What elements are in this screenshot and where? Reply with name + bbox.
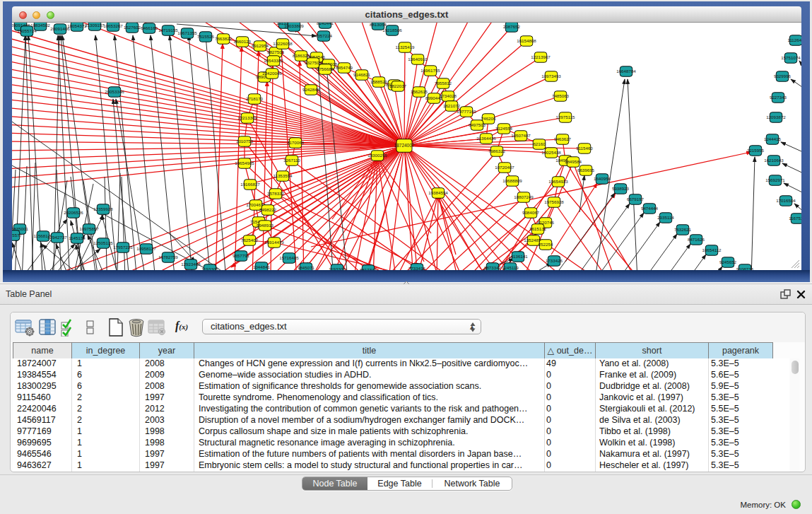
svg-text:20053346: 20053346 bbox=[105, 89, 124, 94]
svg-text:11353594: 11353594 bbox=[273, 173, 293, 178]
svg-text:10958127: 10958127 bbox=[136, 246, 156, 251]
svg-text:10671355: 10671355 bbox=[177, 30, 197, 35]
svg-text:12213369: 12213369 bbox=[237, 115, 257, 120]
svg-text:9245119: 9245119 bbox=[502, 265, 519, 270]
svg-text:12093872: 12093872 bbox=[766, 115, 786, 119]
svg-text:7357224: 7357224 bbox=[315, 33, 333, 38]
svg-text:1615132: 1615132 bbox=[529, 226, 547, 231]
svg-text:7986322: 7986322 bbox=[488, 148, 506, 153]
svg-text:16154808: 16154808 bbox=[517, 38, 536, 43]
svg-text:16782759: 16782759 bbox=[158, 255, 178, 259]
svg-text:9245652: 9245652 bbox=[719, 259, 737, 264]
svg-text:13226058: 13226058 bbox=[273, 41, 293, 46]
svg-text:8471626: 8471626 bbox=[688, 237, 705, 242]
svg-text:9108733: 9108733 bbox=[736, 267, 754, 270]
svg-text:10720407: 10720407 bbox=[495, 165, 514, 170]
svg-text:1010753: 1010753 bbox=[236, 139, 254, 144]
svg-text:3578332: 3578332 bbox=[267, 191, 285, 196]
svg-text:9115460: 9115460 bbox=[576, 146, 593, 151]
svg-text:19756928: 19756928 bbox=[544, 199, 564, 204]
svg-text:9657791: 9657791 bbox=[233, 253, 250, 258]
svg-text:20206526: 20206526 bbox=[64, 210, 83, 215]
svg-text:7485063: 7485063 bbox=[552, 93, 570, 98]
svg-text:7733415: 7733415 bbox=[408, 266, 426, 270]
svg-text:19654985: 19654985 bbox=[235, 160, 254, 165]
svg-text:16914479: 16914479 bbox=[264, 240, 284, 245]
svg-text:10654112: 10654112 bbox=[702, 247, 722, 252]
svg-text:8912954: 8912954 bbox=[252, 43, 269, 48]
svg-text:6639695: 6639695 bbox=[577, 168, 595, 173]
svg-text:8140441: 8140441 bbox=[317, 23, 334, 25]
svg-text:10688809: 10688809 bbox=[502, 178, 522, 183]
svg-text:7663822: 7663822 bbox=[215, 36, 233, 41]
svg-text:3124554: 3124554 bbox=[495, 126, 513, 131]
svg-text:10543382: 10543382 bbox=[264, 58, 283, 63]
svg-text:17957225: 17957225 bbox=[113, 245, 133, 250]
svg-text:10507487: 10507487 bbox=[511, 133, 531, 138]
svg-text:9948913: 9948913 bbox=[257, 223, 274, 228]
svg-text:1145134: 1145134 bbox=[69, 235, 86, 240]
svg-text:12975115: 12975115 bbox=[555, 115, 575, 119]
svg-text:3267110: 3267110 bbox=[283, 158, 300, 163]
svg-text:2935114: 2935114 bbox=[657, 215, 674, 220]
svg-text:11325419: 11325419 bbox=[395, 45, 415, 49]
svg-text:17359928: 17359928 bbox=[93, 206, 113, 211]
svg-text:19654923: 19654923 bbox=[548, 179, 568, 184]
svg-text:18834502: 18834502 bbox=[30, 23, 50, 28]
svg-text:10975857: 10975857 bbox=[79, 226, 99, 231]
svg-text:1193308: 1193308 bbox=[329, 267, 346, 270]
svg-text:15716485: 15716485 bbox=[279, 255, 299, 260]
svg-text:9327503: 9327503 bbox=[305, 60, 322, 65]
svg-text:19384554: 19384554 bbox=[428, 190, 448, 195]
svg-text:14055724: 14055724 bbox=[17, 28, 37, 33]
svg-text:12213967: 12213967 bbox=[531, 54, 551, 59]
svg-text:6466160: 6466160 bbox=[141, 25, 158, 30]
svg-text:8817341: 8817341 bbox=[360, 267, 377, 270]
svg-text:12942737: 12942737 bbox=[47, 235, 67, 240]
svg-text:10033809: 10033809 bbox=[284, 23, 304, 28]
svg-text:1244415: 1244415 bbox=[764, 136, 782, 141]
svg-text:10025438: 10025438 bbox=[541, 150, 561, 155]
svg-text:15692971: 15692971 bbox=[765, 177, 785, 182]
svg-text:9463627: 9463627 bbox=[554, 136, 572, 141]
svg-text:8170064: 8170064 bbox=[287, 140, 305, 145]
svg-text:7955812: 7955812 bbox=[435, 81, 452, 86]
svg-text:21309157: 21309157 bbox=[85, 23, 105, 28]
svg-text:1733426: 1733426 bbox=[546, 258, 563, 263]
svg-text:1822037: 1822037 bbox=[389, 83, 407, 88]
svg-text:19166827: 19166827 bbox=[240, 182, 260, 187]
svg-text:1167533: 1167533 bbox=[789, 216, 801, 221]
svg-text:10973493: 10973493 bbox=[541, 74, 561, 78]
svg-text:18724007: 18724007 bbox=[394, 143, 415, 148]
svg-text:9329996: 9329996 bbox=[774, 74, 792, 78]
svg-text:1640954: 1640954 bbox=[594, 176, 611, 181]
svg-text:6734028: 6734028 bbox=[440, 93, 457, 98]
svg-text:9915577: 9915577 bbox=[12, 233, 23, 238]
svg-text:1112640: 1112640 bbox=[787, 37, 801, 42]
svg-text:9146821: 9146821 bbox=[353, 72, 371, 77]
svg-text:22420046: 22420046 bbox=[262, 71, 282, 76]
svg-text:9084067: 9084067 bbox=[522, 210, 540, 215]
svg-text:9474444: 9474444 bbox=[641, 206, 659, 211]
svg-text:8873342: 8873342 bbox=[484, 265, 502, 270]
svg-text:8813054: 8813054 bbox=[370, 23, 387, 27]
svg-text:6497503: 6497503 bbox=[469, 122, 486, 127]
svg-text:8756685: 8756685 bbox=[317, 66, 334, 71]
svg-text:8454749: 8454749 bbox=[336, 65, 353, 70]
svg-text:18807249: 18807249 bbox=[514, 194, 534, 199]
svg-text:14136141: 14136141 bbox=[508, 254, 528, 259]
svg-text:1527602: 1527602 bbox=[124, 25, 141, 30]
svg-text:18054372: 18054372 bbox=[67, 23, 87, 28]
svg-text:12505135: 12505135 bbox=[93, 240, 113, 245]
svg-text:7515526: 7515526 bbox=[197, 34, 215, 39]
svg-text:1562615: 1562615 bbox=[411, 89, 428, 94]
svg-text:16648784: 16648784 bbox=[616, 69, 636, 74]
svg-text:19218506: 19218506 bbox=[382, 28, 402, 33]
svg-text:3215955: 3215955 bbox=[747, 148, 765, 153]
svg-text:9242848: 9242848 bbox=[302, 87, 320, 92]
svg-text:19777169: 19777169 bbox=[457, 109, 476, 114]
svg-text:9827503: 9827503 bbox=[267, 49, 285, 54]
svg-text:5498222: 5498222 bbox=[259, 207, 277, 212]
svg-text:15751074: 15751074 bbox=[781, 55, 801, 60]
svg-text:62160: 62160 bbox=[533, 141, 546, 146]
